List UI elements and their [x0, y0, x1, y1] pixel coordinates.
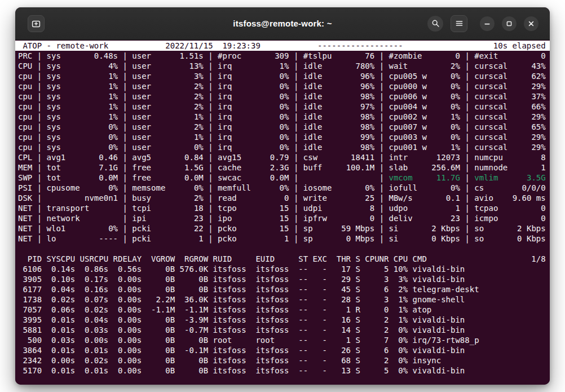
- process-table-rows: 6106 0.14s 0.86s 0.56s 0B 576.0K itsfoss…: [15, 264, 550, 376]
- process-row-pid-6106: 6106 0.14s 0.86s 0.56s 0B 576.0K itsfoss…: [15, 264, 550, 274]
- hamburger-menu-icon: [455, 19, 464, 28]
- process-row-pid-500: 500 0.03s 0.00s 0.00s 0B 0B root root --…: [15, 335, 550, 345]
- process-row-pid-5881: 5881 0.01s 0.03s 0.00s 0B -0.7M itsfoss …: [15, 325, 550, 335]
- atop-system-row-cpu-9: cpu | sys 0% | user 0% | irq 0% | idle 9…: [15, 142, 550, 152]
- maximize-button[interactable]: [502, 16, 517, 31]
- atop-system-row-swp-12: SWP | tot 0.0M | free 0.0M | swcac 0.0M …: [15, 173, 550, 183]
- process-row-pid-3864: 3864 0.01s 0.01s 0.00s 0B -0.1M itsfoss …: [15, 345, 550, 355]
- process-row-pid-6177: 6177 0.04s 0.16s 0.00s 0B 0B itsfoss its…: [15, 284, 550, 294]
- atop-system-row-cpu-6: cpu | sys 1% | user 1% | irq 0% | idle 9…: [15, 112, 550, 122]
- atop-system-row-psi-13: PSI | cpusome 0% | memsome 0% | memfull …: [15, 183, 550, 193]
- process-table-header: PID SYSCPU USRCPU RDELAY VGROW RGROW RUI…: [15, 254, 550, 264]
- titlebar-controls: [427, 7, 538, 39]
- process-row-pid-2342: 2342 0.00s 0.02s 0.00s 0B 0B itsfoss its…: [15, 355, 550, 365]
- atop-system-row-cpu-8: cpu | sys 0% | user 1% | irq 0% | idle 9…: [15, 132, 550, 142]
- terminal-window: itsfoss@remote-work: ~: [15, 7, 550, 385]
- atop-system-row-cpu-2: cpu | sys 1% | user 3% | irq 0% | idle 9…: [15, 71, 550, 81]
- new-tab-button[interactable]: [28, 15, 45, 32]
- blank-line: [15, 244, 550, 254]
- process-row-pid-7057: 7057 0.06s 0.02s 0.00s -1.1M -1.1M itsfo…: [15, 305, 550, 315]
- process-row-pid-3995: 3995 0.01s 0.04s 0.00s 0B -3.9M itsfoss …: [15, 315, 550, 325]
- atop-system-row-net-16: NET | network | ipi 23 | ipo 15 | ipfrw …: [15, 213, 550, 223]
- process-row-pid-3905: 3905 0.10s 0.17s 0.00s 0B 0B itsfoss its…: [15, 274, 550, 284]
- atop-system-section: PRC | sys 0.48s | user 1.51s | #proc 309…: [15, 51, 550, 244]
- atop-system-row-dsk-14: DSK | nvme0n1 | busy 2% | read 0 | write…: [15, 193, 550, 203]
- minimize-button[interactable]: [480, 16, 495, 31]
- atop-system-row-cpu-7: cpu | sys 0% | user 2% | irq 0% | idle 9…: [15, 122, 550, 132]
- search-button[interactable]: [427, 16, 443, 32]
- process-row-pid-1738: 1738 0.02s 0.07s 0.00s 2.2M 36.0K itsfos…: [15, 294, 550, 305]
- atop-system-row-cpu-3: cpu | sys 1% | user 2% | irq 0% | idle 9…: [15, 81, 550, 91]
- atop-system-row-net-15: NET | transport | tcpi 18 | tcpo 15 | ud…: [15, 203, 550, 213]
- search-icon: [431, 19, 440, 28]
- menu-button[interactable]: [451, 15, 467, 32]
- atop-system-row-cpu-5: cpu | sys 1% | user 2% | irq 0% | idle 9…: [15, 102, 550, 112]
- process-row-pid-5170: 5170 0.01s 0.01s 0.00s 0B 0B itsfoss its…: [15, 365, 550, 376]
- atop-system-row-cpl-10: CPL | avg1 0.46 | avg5 0.84 | avg15 0.79…: [15, 152, 550, 162]
- minimize-icon: [483, 20, 491, 28]
- atop-system-row-mem-11: MEM | tot 7.1G | free 1.5G | cache 2.3G …: [15, 162, 550, 173]
- terminal-screen[interactable]: ATOP - remote-work 2022/11/15 19:23:39 -…: [15, 40, 550, 385]
- titlebar[interactable]: itsfoss@remote-work: ~: [15, 7, 550, 40]
- close-icon: [527, 20, 535, 28]
- atop-system-row-cpu-4: cpu | sys 1% | user 2% | irq 0% | idle 9…: [15, 91, 550, 102]
- atop-header-line: ATOP - remote-work 2022/11/15 19:23:39 -…: [15, 41, 550, 51]
- close-button[interactable]: [524, 16, 538, 31]
- new-tab-icon: [32, 19, 41, 28]
- atop-system-row-net-17: NET | wlo1 0% | pcki 22 | pcko 15 | sp 5…: [15, 223, 550, 234]
- maximize-icon: [505, 20, 513, 28]
- atop-system-row-prc-0: PRC | sys 0.48s | user 1.51s | #proc 309…: [15, 51, 550, 61]
- atop-system-row-net-18: NET | lo ---- | pcki 1 | pcko 1 | sp 0 M…: [15, 234, 550, 244]
- atop-system-row-cpu-1: CPU | sys 4% | user 13% | irq 1% | idle …: [15, 61, 550, 71]
